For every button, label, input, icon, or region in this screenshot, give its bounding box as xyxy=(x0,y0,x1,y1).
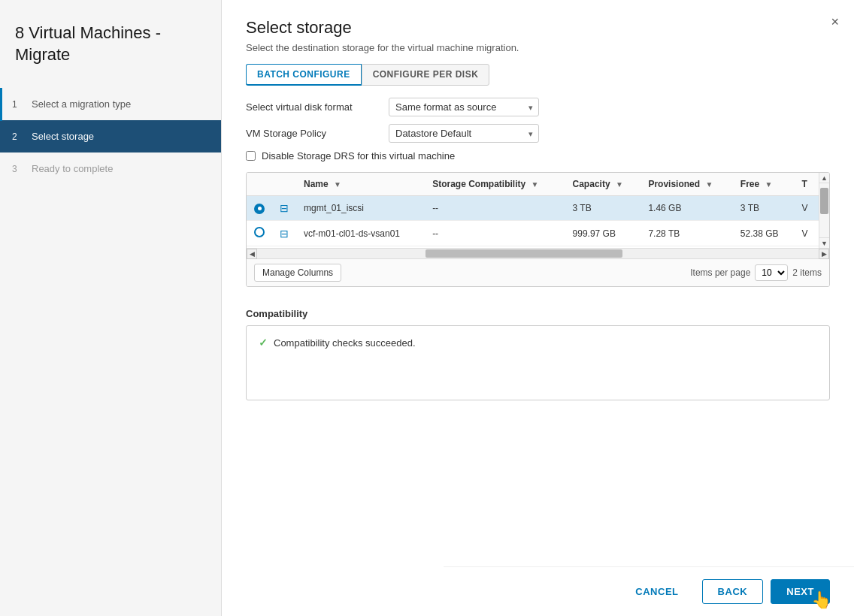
row2-type: V xyxy=(795,221,819,246)
row2-free: 52.38 GB xyxy=(733,221,795,246)
page-title: Select storage xyxy=(246,18,830,38)
row1-provisioned: 1.46 GB xyxy=(640,196,732,221)
main-content: × Select storage Select the destination … xyxy=(222,0,854,616)
step3-number: 3 xyxy=(12,164,24,174)
row1-capacity: 3 TB xyxy=(565,196,641,221)
disable-drs-checkbox[interactable] xyxy=(246,151,256,161)
free-filter-icon[interactable]: ▼ xyxy=(765,180,773,189)
hscroll-left-btn[interactable]: ◀ xyxy=(247,249,257,259)
compatibility-title: Compatibility xyxy=(246,308,830,319)
step1-label: Select a migration type xyxy=(32,98,131,110)
row2-radio-cell[interactable] xyxy=(247,221,272,246)
step2-label: Select storage xyxy=(32,131,94,142)
col-radio xyxy=(247,173,272,196)
disk-format-row: Select virtual disk format Same format a… xyxy=(246,98,830,116)
col-icon xyxy=(272,173,296,196)
table-row[interactable]: ⊟ mgmt_01_iscsi -- 3 TB 1.46 GB 3 TB V xyxy=(247,196,819,221)
step1-number: 1 xyxy=(12,99,24,110)
scroll-up-btn[interactable]: ▲ xyxy=(819,173,829,183)
disk-format-label: Select virtual disk format xyxy=(246,101,389,113)
horizontal-scrollbar[interactable]: ◀ ▶ xyxy=(247,248,829,258)
tab-configure-per-disk[interactable]: CONFIGURE PER DISK xyxy=(362,64,490,86)
table-scroll-area[interactable]: Name ▼ Storage Compatibility ▼ Capacity … xyxy=(247,173,819,248)
tab-batch-configure[interactable]: BATCH CONFIGURE xyxy=(246,64,362,86)
col-free[interactable]: Free ▼ xyxy=(733,173,795,196)
col-provisioned[interactable]: Provisioned ▼ xyxy=(640,173,732,196)
tab-bar: BATCH CONFIGURE CONFIGURE PER DISK xyxy=(246,64,830,86)
scrollbar-thumb xyxy=(820,188,828,214)
table-footer: Manage Columns Items per page 10 2 items xyxy=(247,258,829,286)
row1-radio-cell[interactable] xyxy=(247,196,272,221)
disable-drs-row: Disable Storage DRS for this virtual mac… xyxy=(246,150,830,162)
vm-policy-select-wrapper: Datastore Default xyxy=(389,124,539,143)
sidebar-steps: 1 Select a migration type 2 Select stora… xyxy=(0,88,221,185)
storage-table: Name ▼ Storage Compatibility ▼ Capacity … xyxy=(247,173,819,246)
manage-columns-button[interactable]: Manage Columns xyxy=(254,264,341,282)
row2-provisioned: 7.28 TB xyxy=(640,221,732,246)
disable-drs-label[interactable]: Disable Storage DRS for this virtual mac… xyxy=(262,150,455,162)
step3-label: Ready to complete xyxy=(32,163,113,174)
row1-storage-compat: -- xyxy=(425,196,565,221)
sidebar-item-step3[interactable]: 3 Ready to complete xyxy=(0,152,221,185)
disk-format-select[interactable]: Same format as source xyxy=(389,98,539,116)
sidebar: 8 Virtual Machines - Migrate 1 Select a … xyxy=(0,0,222,616)
step2-number: 2 xyxy=(12,131,24,142)
modal-footer: CANCEL BACK NEXT 👆 xyxy=(444,566,854,616)
next-button[interactable]: NEXT xyxy=(771,579,830,604)
row1-datastore-icon: ⊟ xyxy=(280,202,289,214)
items-per-page-label: Items per page xyxy=(690,267,750,278)
check-icon: ✓ xyxy=(259,337,268,349)
row1-radio[interactable] xyxy=(254,204,265,214)
modal: 8 Virtual Machines - Migrate 1 Select a … xyxy=(0,0,854,616)
row1-icon-cell: ⊟ xyxy=(272,196,296,221)
capacity-filter-icon[interactable]: ▼ xyxy=(616,180,623,189)
compatibility-success-row: ✓ Compatibility checks succeeded. xyxy=(259,337,817,349)
col-capacity[interactable]: Capacity ▼ xyxy=(565,173,641,196)
table-header-row: Name ▼ Storage Compatibility ▼ Capacity … xyxy=(247,173,819,196)
row2-name[interactable]: vcf-m01-cl01-ds-vsan01 xyxy=(296,221,425,246)
items-count: 2 items xyxy=(792,267,822,278)
row2-radio[interactable] xyxy=(254,227,265,237)
per-page-select[interactable]: 10 xyxy=(755,264,788,281)
storage-compat-filter-icon[interactable]: ▼ xyxy=(531,180,538,189)
pagination-info: Items per page 10 2 items xyxy=(690,264,822,281)
col-name[interactable]: Name ▼ xyxy=(296,173,425,196)
cancel-button[interactable]: CANCEL xyxy=(619,579,694,604)
table-with-scrollbar: Name ▼ Storage Compatibility ▼ Capacity … xyxy=(247,173,829,248)
sidebar-title: 8 Virtual Machines - Migrate xyxy=(0,15,221,88)
row2-capacity: 999.97 GB xyxy=(565,221,641,246)
table-row[interactable]: ⊟ vcf-m01-cl01-ds-vsan01 -- 999.97 GB 7.… xyxy=(247,221,819,246)
vm-policy-row: VM Storage Policy Datastore Default xyxy=(246,124,830,143)
section-description: Select the destination storage for the v… xyxy=(246,42,830,53)
scroll-down-btn[interactable]: ▼ xyxy=(819,237,829,248)
back-button[interactable]: BACK xyxy=(702,579,764,604)
row2-storage-compat: -- xyxy=(425,221,565,246)
disk-format-select-wrapper: Same format as source xyxy=(389,98,539,116)
row2-icon-cell: ⊟ xyxy=(272,221,296,246)
close-button[interactable]: × xyxy=(831,15,839,29)
hscroll-track[interactable] xyxy=(257,249,819,258)
row2-datastore-icon: ⊟ xyxy=(280,228,289,240)
vm-policy-select[interactable]: Datastore Default xyxy=(389,124,539,143)
compatibility-message: Compatibility checks succeeded. xyxy=(274,337,416,349)
provisioned-filter-icon[interactable]: ▼ xyxy=(705,180,713,189)
row1-free: 3 TB xyxy=(733,196,795,221)
col-storage-compat[interactable]: Storage Compatibility ▼ xyxy=(425,173,565,196)
vertical-scrollbar[interactable]: ▲ ▼ xyxy=(819,173,829,248)
name-filter-icon[interactable]: ▼ xyxy=(334,180,341,189)
hscroll-thumb xyxy=(425,249,622,258)
row1-name[interactable]: mgmt_01_iscsi xyxy=(296,196,425,221)
sidebar-item-step1[interactable]: 1 Select a migration type xyxy=(0,88,221,120)
row1-type: V xyxy=(795,196,819,221)
compatibility-box: ✓ Compatibility checks succeeded. xyxy=(246,325,830,400)
col-type[interactable]: T xyxy=(795,173,819,196)
hscroll-right-btn[interactable]: ▶ xyxy=(819,249,829,259)
sidebar-item-step2[interactable]: 2 Select storage xyxy=(0,120,221,152)
vm-policy-label: VM Storage Policy xyxy=(246,128,389,139)
storage-table-container: Name ▼ Storage Compatibility ▼ Capacity … xyxy=(246,172,830,287)
compatibility-section: Compatibility ✓ Compatibility checks suc… xyxy=(246,308,830,400)
